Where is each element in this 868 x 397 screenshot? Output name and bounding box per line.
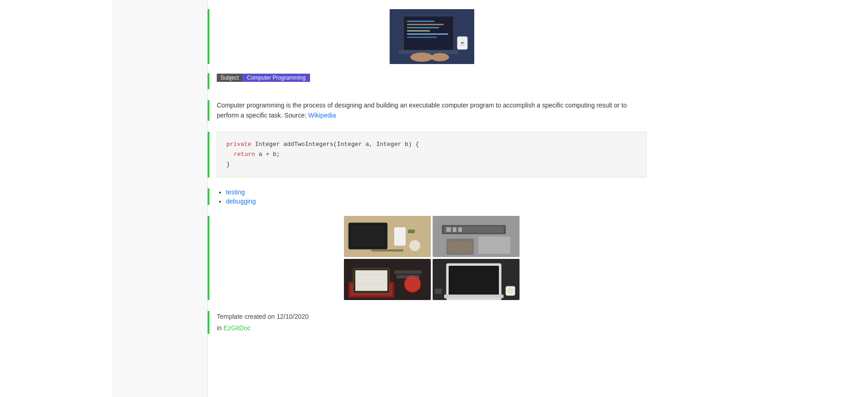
grid-image-1 — [344, 216, 431, 257]
description-section: Computer programming is the process of d… — [208, 100, 647, 121]
grid-image-4 — [433, 259, 520, 300]
svg-rect-5 — [407, 30, 430, 32]
svg-rect-7 — [407, 37, 437, 38]
svg-rect-19 — [408, 230, 415, 233]
subject-value: Computer Programming — [242, 74, 310, 82]
footer-line-1: Template created on 12/10/2020 — [217, 311, 647, 322]
svg-point-38 — [406, 278, 419, 290]
svg-rect-15 — [351, 225, 385, 247]
svg-rect-24 — [453, 227, 456, 232]
code-line-2: return a + b; — [226, 150, 637, 160]
hero-image: ☕ — [390, 9, 474, 64]
svg-text:☕: ☕ — [460, 40, 466, 46]
description-paragraph: Computer programming is the process of d… — [217, 100, 647, 121]
content-area: ☕ Subject Computer Programming Computer … — [208, 0, 665, 397]
footer-text2: in — [217, 324, 224, 332]
page-container: ☕ Subject Computer Programming Computer … — [0, 0, 868, 397]
svg-rect-3 — [407, 24, 444, 25]
list-item: testing — [226, 188, 647, 196]
svg-point-11 — [410, 53, 433, 62]
wikipedia-link[interactable]: Wikipedia — [308, 112, 336, 119]
topic-list: testing debugging — [217, 188, 647, 205]
subject-section: Subject Computer Programming — [208, 73, 647, 89]
svg-rect-33 — [355, 270, 387, 291]
svg-rect-40 — [396, 275, 419, 279]
subject-badge: Subject Computer Programming — [217, 74, 310, 82]
svg-rect-28 — [478, 236, 510, 254]
subject-label: Subject — [217, 74, 242, 82]
footer-line-2: in EzGitDoc — [217, 322, 647, 334]
svg-point-12 — [431, 53, 449, 61]
code-line-1: private Integer addTwoIntegers(Integer a… — [226, 139, 637, 150]
code-line-3: } — [226, 160, 637, 170]
code-line1-rest: Integer addTwoIntegers(Integer a, Intege… — [252, 141, 419, 148]
code-block: private Integer addTwoIntegers(Integer a… — [217, 132, 647, 177]
code-section: private Integer addTwoIntegers(Integer a… — [208, 132, 647, 177]
list-link-debugging[interactable]: debugging — [226, 198, 256, 205]
right-sidebar — [665, 0, 756, 397]
code-keyword-return: return — [234, 151, 255, 158]
svg-rect-16 — [394, 227, 406, 246]
ezgitdoc-link[interactable]: EzGitDoc — [224, 324, 251, 332]
hero-image-section: ☕ — [208, 9, 647, 64]
svg-rect-23 — [446, 227, 451, 232]
svg-rect-2 — [407, 21, 434, 22]
svg-rect-27 — [449, 241, 472, 252]
image-grid-section — [208, 216, 647, 300]
left-sidebar — [112, 0, 208, 397]
svg-point-46 — [507, 288, 514, 294]
image-grid — [217, 216, 647, 300]
code-keyword-private: private — [226, 141, 252, 148]
svg-rect-43 — [449, 266, 499, 295]
description-text-before-link: Computer programming is the process of d… — [217, 102, 627, 119]
grid-image-3 — [344, 259, 431, 300]
image-grid-inner — [344, 216, 520, 300]
svg-rect-44 — [444, 295, 504, 298]
svg-rect-8 — [399, 50, 458, 54]
svg-rect-39 — [394, 270, 422, 274]
footer-section: Template created on 12/10/2020 in EzGitD… — [208, 311, 647, 334]
list-section: testing debugging — [208, 188, 647, 205]
grid-image-2 — [433, 216, 520, 257]
svg-rect-4 — [407, 27, 439, 28]
code-line2-rest: a + b; — [255, 151, 280, 158]
list-link-testing[interactable]: testing — [226, 188, 245, 196]
svg-rect-47 — [435, 289, 442, 294]
list-item: debugging — [226, 198, 647, 205]
svg-point-17 — [409, 240, 420, 251]
svg-rect-6 — [407, 33, 448, 35]
svg-rect-18 — [371, 249, 403, 252]
svg-rect-25 — [458, 227, 462, 232]
